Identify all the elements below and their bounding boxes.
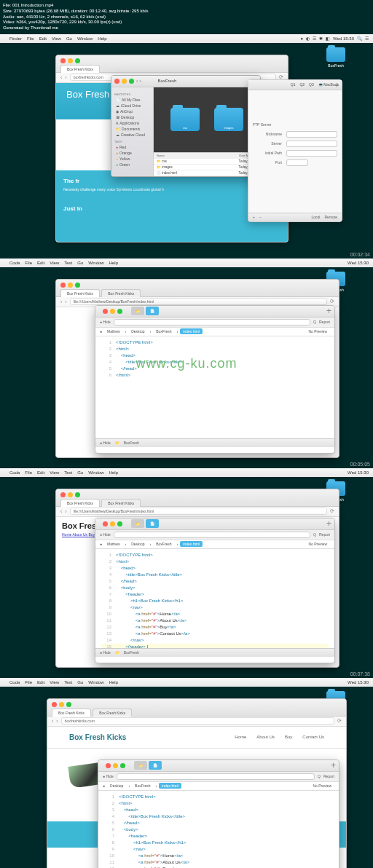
coda-sites-panel[interactable]: + Q1Q2Q3💻 MacBook FTP Server Nickname Se… [248, 79, 342, 222]
browser-chrome: Box Fresh Kicks [56, 55, 288, 73]
sidebar-cc[interactable]: ☁ Creative Cloud [114, 132, 150, 138]
coda-editor[interactable]: 📁📄 + ● HideQReport ● Mathew›Desktop›BoxF… [95, 518, 335, 663]
folder-images[interactable]: images [214, 108, 243, 131]
server-field[interactable] [286, 141, 337, 147]
folder-css[interactable]: css [170, 108, 200, 131]
thumbnail-3: CodaFileEditViewTextGoWindowHelp Wed 15:… [0, 468, 373, 678]
mac-menubar[interactable]: Finder File Edit View Go Window Help ●◐☰… [0, 34, 373, 43]
add-icon[interactable]: + [253, 215, 255, 219]
sidebar-docs[interactable]: 📁 Documents [114, 126, 150, 132]
sidebar-apps[interactable]: A Applications [114, 120, 150, 126]
site-tab[interactable]: 📁 [131, 307, 144, 315]
sidebar-icloud[interactable]: ☁ iCloud Drive [114, 103, 150, 108]
thumbnail-2: Coda File Edit View Text Go Window Help … [0, 259, 373, 468]
mac-menubar[interactable]: Coda File Edit View Text Go Window Help … [0, 259, 373, 267]
forward-icon[interactable]: › [65, 75, 66, 80]
file-row[interactable]: 📄 index.htmlToday, 15:12 [154, 170, 260, 176]
port-field[interactable] [286, 159, 308, 166]
menubar-status[interactable]: ●◐☰✱◧Wed 15:30🔍☰ [300, 36, 369, 41]
desktop-folder[interactable]: BoxFresh [326, 47, 345, 68]
site-nav[interactable]: Home About Us Buy Contact Us [235, 735, 324, 739]
finder-sidebar[interactable]: FAVORITES 📄 All My Files ☁ iCloud Drive … [111, 87, 154, 176]
mac-menubar[interactable]: CodaFileEditViewTextGoWindowHelp Wed 15:… [0, 678, 373, 687]
file-tab[interactable]: 📄 [146, 307, 159, 315]
file-metadata: File: 001 Introduction.mp4 Size: 2797069… [0, 0, 373, 34]
panel-tabs[interactable]: Q1Q2Q3💻 MacBook [248, 80, 342, 90]
coda-editor[interactable]: 📁📄 + ● Hide Q Report ● Mathew› Desktop› … [95, 305, 335, 454]
finder-window[interactable]: ‹ › BoxFresh FAVORITES 📄 All My Files ☁ … [111, 75, 261, 177]
code-area[interactable]: 1<!DOCTYPE html>2<html>3 <head>4 <title>… [95, 549, 334, 648]
sidebar-airdrop[interactable]: ◉ AirDrop [114, 108, 150, 114]
browser-tab[interactable]: Box Fresh Kicks [60, 65, 100, 73]
finder-titlebar[interactable]: ‹ › BoxFresh [111, 76, 260, 87]
site-header: Box Fresh Kicks Home About Us Buy Contac… [47, 727, 346, 749]
path-field[interactable] [286, 150, 337, 157]
back-icon[interactable]: ‹ [60, 75, 62, 80]
finder-icon-view[interactable]: css images [154, 87, 260, 152]
folder-icon [326, 47, 345, 62]
breadcrumb-icon: 📁 [115, 441, 119, 445]
editor-status: ● Hide 📁 BoxFresh [95, 438, 334, 447]
code-area[interactable]: 1<!DOCTYPE html>2<html>3 <head>4 <title>… [98, 791, 339, 868]
timestamp: 00:02:34 [350, 252, 370, 257]
file-row[interactable]: 📁 imagesToday, 15:12 [154, 165, 260, 170]
new-tab-button[interactable]: + [326, 306, 331, 316]
coda-editor[interactable]: 📁📄 + ● HideQReport ●Desktop›BoxFresh›ind… [98, 760, 339, 868]
add-site-button[interactable]: + [334, 82, 339, 90]
editor-toolbar[interactable]: ● Hide Q Report [95, 317, 334, 328]
sidebar-desktop[interactable]: 🖥 Desktop [114, 114, 150, 120]
path-breadcrumb[interactable]: ● Mathew› Desktop› BoxFresh› index.html … [95, 328, 334, 336]
file-row[interactable]: 📁 cssToday, 15:12 [154, 159, 260, 165]
remove-icon[interactable]: − [259, 215, 262, 219]
search-field[interactable] [114, 319, 310, 326]
panel-footer: + − LocalRemote [248, 213, 342, 221]
site-logo: Box Fresh Kicks [69, 733, 126, 741]
finder-list-view[interactable]: NameDate Modified 📁 cssToday, 15:12 📁 im… [154, 152, 260, 176]
mac-menubar[interactable]: CodaFileEditViewTextGoWindowHelp Wed 15:… [0, 468, 373, 477]
nickname-field[interactable] [286, 131, 337, 138]
sidebar-all-files[interactable]: 📄 All My Files [114, 97, 150, 103]
thumbnail-4: CodaFileEditViewTextGoWindowHelp Wed 15:… [0, 678, 373, 868]
thumbnail-1: Finder File Edit View Go Window Help ●◐☰… [0, 34, 373, 259]
code-area[interactable]: 1<!DOCTYPE html>2<html>3 <head>4 <title>… [95, 336, 334, 438]
